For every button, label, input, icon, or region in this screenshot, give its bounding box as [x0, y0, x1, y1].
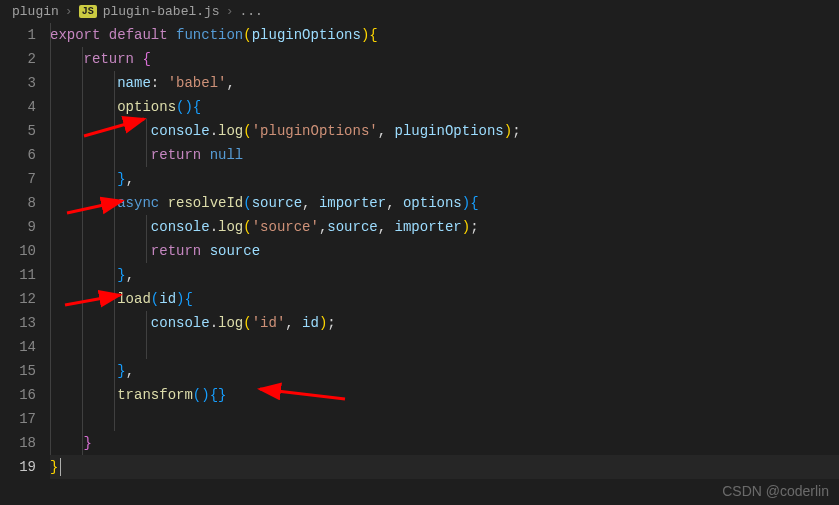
code-line: async resolveId(source, importer, option…: [50, 191, 839, 215]
code-line: transform(){}: [50, 383, 839, 407]
code-line: console.log('source',source, importer);: [50, 215, 839, 239]
code-line: },: [50, 263, 839, 287]
code-line: }: [50, 431, 839, 455]
code-line: export default function(pluginOptions){: [50, 23, 839, 47]
code-line: load(id){: [50, 287, 839, 311]
code-editor[interactable]: 1 2 3 4 5 6 7 8 9 10 11 12 13 14 15 16 1…: [0, 23, 839, 479]
code-line: },: [50, 167, 839, 191]
code-line: return source: [50, 239, 839, 263]
breadcrumb[interactable]: plugin › JS plugin-babel.js › ...: [0, 0, 839, 23]
code-line: return {: [50, 47, 839, 71]
breadcrumb-more[interactable]: ...: [239, 4, 262, 19]
code-content[interactable]: export default function(pluginOptions){ …: [50, 23, 839, 479]
js-file-icon: JS: [79, 5, 97, 18]
code-line: },: [50, 359, 839, 383]
line-number-gutter: 1 2 3 4 5 6 7 8 9 10 11 12 13 14 15 16 1…: [0, 23, 50, 479]
breadcrumb-folder[interactable]: plugin: [12, 4, 59, 19]
code-line: }: [50, 455, 839, 479]
breadcrumb-file[interactable]: plugin-babel.js: [103, 4, 220, 19]
code-line: return null: [50, 143, 839, 167]
code-line: [50, 407, 839, 431]
code-line: console.log('pluginOptions', pluginOptio…: [50, 119, 839, 143]
code-line: options(){: [50, 95, 839, 119]
chevron-right-icon: ›: [226, 4, 234, 19]
code-line: console.log('id', id);: [50, 311, 839, 335]
code-line: [50, 335, 839, 359]
code-line: name: 'babel',: [50, 71, 839, 95]
cursor: [60, 458, 61, 476]
chevron-right-icon: ›: [65, 4, 73, 19]
watermark: CSDN @coderlin: [722, 483, 829, 499]
